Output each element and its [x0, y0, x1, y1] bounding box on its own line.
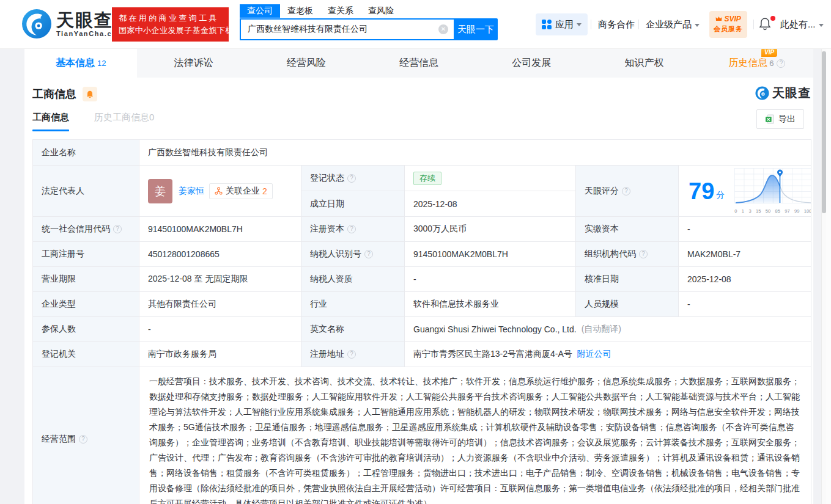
tab-history-info[interactable]: 历史信息 VIP 6	[701, 49, 813, 78]
help-icon[interactable]	[113, 225, 122, 233]
paid-in-capital-value: -	[679, 217, 811, 242]
apps-grid-icon	[542, 20, 552, 29]
legal-rep-avatar[interactable]: 姜	[148, 179, 172, 203]
excel-file-icon	[765, 114, 775, 124]
help-icon[interactable]	[777, 59, 785, 68]
notifications-bell[interactable]	[758, 16, 774, 32]
taxpayer-qualification-label: 纳税人资质	[301, 267, 405, 292]
staff-size-label: 人员规模	[576, 292, 679, 317]
search-button[interactable]: 天眼一下	[454, 18, 498, 40]
brand-swirl-icon	[755, 86, 769, 100]
chevron-down-icon	[577, 23, 582, 26]
org-code-label: 组织机构代码	[576, 242, 679, 267]
org-chart-icon	[215, 187, 223, 195]
legal-rep-name-link[interactable]: 姜家恒	[179, 186, 204, 197]
company-detail-card: 基本信息 12 法律诉讼 经营风险 经营信息 公司发展 知识产权 历史信息 VI…	[24, 49, 813, 504]
score-value-cell: 79 分	[679, 166, 811, 217]
chevron-down-icon	[695, 24, 700, 27]
help-icon[interactable]	[364, 250, 373, 258]
help-icon[interactable]	[347, 174, 356, 183]
promo-banner: 都在用的商业查询工具 国家中小企业发展子基金旗下机构	[112, 7, 229, 42]
search-tab-company[interactable]: 查公司	[240, 4, 280, 18]
tab-intellectual-property[interactable]: 知识产权	[588, 49, 700, 78]
approval-date-value: 2025-12-08	[679, 267, 811, 292]
credit-code-value: 91450100MAK2M0BL7H	[139, 217, 301, 242]
svip-member-badge[interactable]: SVIP 会员服务	[709, 11, 747, 38]
scrollbar-thumb[interactable]	[822, 51, 826, 213]
apps-menu[interactable]: 应用	[536, 13, 588, 35]
notification-dot	[770, 16, 775, 21]
crown-icon	[715, 16, 722, 21]
brand-swirl-icon	[21, 9, 52, 39]
industry-label: 行业	[301, 292, 405, 317]
registration-number-label: 工商注册号	[33, 242, 139, 267]
vip-badge: VIP	[761, 48, 777, 57]
apps-label: 应用	[555, 19, 574, 31]
registered-capital-value: 3000万人民币	[405, 217, 576, 242]
registered-address-value: 南宁市青秀区民主路13-2号富港商厦4-A号 附近公司	[405, 342, 811, 367]
monitor-bell-button[interactable]	[83, 87, 97, 101]
registration-number-value: 450128001208665	[139, 242, 301, 267]
section-title: 工商信息	[32, 87, 76, 101]
taxpayer-id-value: 91450100MAK2M0BL7H	[405, 242, 576, 267]
org-code-value: MAK2M0BL-7	[679, 242, 811, 267]
registration-authority-value: 南宁市政务服务局	[139, 342, 301, 367]
nearby-companies-link[interactable]: 附近公司	[577, 349, 611, 360]
business-scope-label: 经营范围	[33, 367, 139, 504]
english-name-value: Guangxi Shusi Zhiwei Technology Co., Ltd…	[405, 317, 811, 342]
divider	[753, 20, 754, 29]
search-area: 查公司 查老板 查关系 查风险 天眼一下	[240, 4, 498, 40]
score-number: 79	[689, 179, 714, 203]
company-name-label: 企业名称	[33, 140, 139, 166]
search-tab-boss[interactable]: 查老板	[280, 4, 320, 18]
tab-operating-info[interactable]: 经营信息	[363, 49, 475, 78]
enterprise-products-menu[interactable]: 企业级产品	[646, 19, 700, 31]
divider	[638, 20, 639, 29]
user-account-menu[interactable]: 此处有...	[780, 19, 824, 31]
subtab-history-business-info[interactable]: 历史工商信息0	[94, 112, 154, 123]
tab-basic-info[interactable]: 基本信息 12	[24, 49, 137, 78]
credit-code-label: 统一社会信用代码	[33, 217, 139, 242]
staff-size-value: -	[679, 292, 811, 317]
industry-value: 软件和信息技术服务业	[405, 292, 576, 317]
company-type-value: 其他有限责任公司	[139, 292, 301, 317]
tab-company-development[interactable]: 公司发展	[475, 49, 588, 78]
search-input[interactable]	[240, 18, 454, 40]
score-axis-labels: 0131550859799100	[734, 208, 811, 214]
tab-legal-litigation[interactable]: 法律诉讼	[137, 49, 249, 78]
detail-nav-tabs: 基本信息 12 法律诉讼 经营风险 经营信息 公司发展 知识产权 历史信息 VI…	[24, 49, 813, 78]
search-tab-relation[interactable]: 查关系	[320, 4, 361, 18]
business-cooperation-link[interactable]: 商务合作	[598, 19, 635, 31]
paid-in-capital-label: 实缴资本	[576, 217, 679, 242]
subtab-business-info[interactable]: 工商信息	[32, 112, 69, 131]
top-header: 天眼查 TianYanCha.com 都在用的商业查询工具 国家中小企业发展子基…	[0, 0, 831, 49]
export-button[interactable]: 导出	[756, 109, 804, 129]
taxpayer-id-label: 纳税人识别号	[301, 242, 405, 267]
tianyancha-logo[interactable]: 天眼查 TianYanCha.com	[21, 9, 124, 39]
business-scope-text: 一般经营项目：技术服务、技术开发、技术咨询、技术交流、技术转让、技术推广；软件开…	[139, 367, 811, 504]
insured-staff-value: -	[139, 317, 301, 342]
taxpayer-qualification-value: -	[405, 267, 576, 292]
clear-search-icon[interactable]	[438, 24, 448, 34]
legal-rep-cell: 姜 姜家恒 关联企业 2	[139, 166, 301, 217]
establish-date-label: 成立日期	[301, 191, 405, 217]
tab-operating-risk[interactable]: 经营风险	[250, 49, 363, 78]
reg-status-label: 登记状态	[301, 166, 405, 191]
help-icon[interactable]	[622, 187, 630, 195]
approval-date-label: 核准日期	[576, 267, 679, 292]
help-icon[interactable]	[347, 350, 356, 359]
help-icon[interactable]	[347, 225, 356, 233]
score-label: 天眼评分	[576, 166, 679, 217]
search-tab-risk[interactable]: 查风险	[361, 4, 401, 18]
registered-capital-label: 注册资本	[301, 217, 405, 242]
related-companies-badge[interactable]: 关联企业 2	[209, 183, 273, 199]
chevron-down-icon	[819, 24, 824, 27]
tianyancha-watermark: 天眼查	[755, 85, 811, 101]
help-icon[interactable]	[79, 435, 87, 444]
help-icon[interactable]	[639, 250, 648, 258]
business-term-value: 2025-12-08 至 无固定期限	[139, 267, 301, 292]
page-edge	[826, 49, 831, 504]
registration-authority-label: 登记机关	[33, 342, 139, 367]
business-term-label: 营业期限	[33, 267, 139, 292]
status-badge: 存续	[413, 172, 441, 185]
